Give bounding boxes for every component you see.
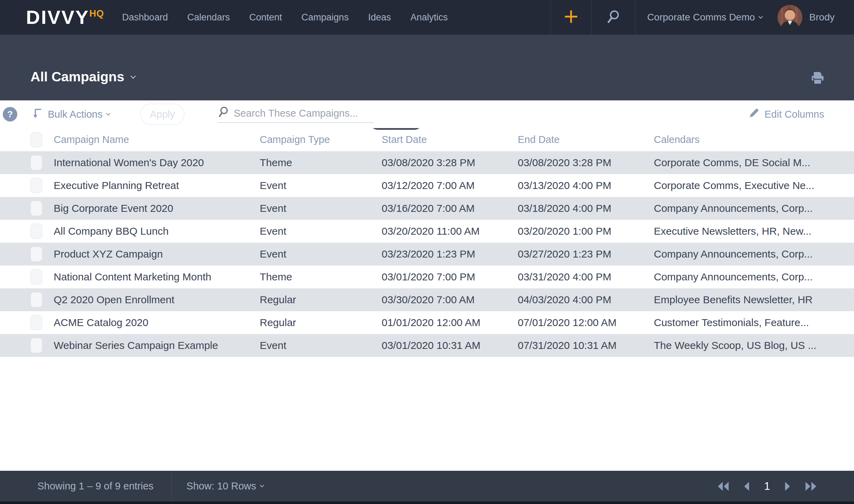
cell-calendars: Corporate Comms, Executive Ne...	[654, 180, 854, 191]
cell-end-date: 03/27/2020 1:23 PM	[518, 248, 654, 260]
cell-calendars: Company Announcements, Corp...	[654, 202, 854, 214]
campaigns-table: International Women's Day 2020 Theme 03/…	[0, 151, 854, 357]
campaigns-header: All Campaigns DatesCalendarsCampaign Typ…	[0, 35, 854, 100]
table-row-all-company-bbq-lunch[interactable]: All Company BBQ Lunch Event 03/20/2020 1…	[0, 220, 854, 243]
cell-campaign-name: All Company BBQ Lunch	[54, 225, 260, 237]
nav-item-analytics[interactable]: Analytics	[410, 12, 448, 23]
prev-page-button[interactable]	[743, 481, 750, 492]
cell-end-date: 07/01/2020 12:00 AM	[518, 317, 654, 328]
cell-end-date: 03/08/2020 3:28 PM	[518, 157, 654, 169]
top-nav-bar: DIVVY HQ DashboardCalendarsContentCampai…	[0, 0, 854, 35]
logo-text: DIVVY	[26, 8, 89, 27]
workspace-selector[interactable]: Corporate Comms Demo	[635, 0, 777, 35]
cell-calendars: Customer Testimonials, Feature...	[654, 317, 854, 328]
cell-campaign-name: Webinar Series Campaign Example	[54, 340, 260, 351]
cell-end-date: 07/31/2020 10:31 AM	[518, 340, 654, 351]
row-checkbox[interactable]	[30, 201, 42, 216]
table-row-product-xyz-campaign[interactable]: Product XYZ Campaign Event 03/23/2020 1:…	[0, 243, 854, 266]
add-button[interactable]	[551, 0, 591, 35]
nav-item-ideas[interactable]: Ideas	[368, 12, 391, 23]
global-search-button[interactable]	[591, 0, 635, 35]
row-checkbox[interactable]	[30, 246, 42, 262]
table-row-q2-2020-open-enrollment[interactable]: Q2 2020 Open Enrollment Regular 03/30/20…	[0, 288, 854, 311]
print-icon	[810, 80, 825, 86]
campaign-search-input[interactable]: Search These Campaigns...	[218, 106, 374, 123]
cell-start-date: 03/01/2020 10:31 AM	[382, 340, 518, 351]
cell-campaign-name: National Content Marketing Month	[54, 271, 260, 283]
cell-end-date: 03/20/2020 1:00 PM	[518, 225, 654, 237]
cell-calendars: Corporate Comms, DE Social M...	[654, 157, 854, 169]
row-checkbox[interactable]	[30, 155, 42, 170]
bulk-actions-dropdown[interactable]: Bulk Actions	[33, 108, 110, 121]
cell-calendars: Employee Benefits Newsletter, HR	[654, 294, 854, 306]
nav-item-dashboard[interactable]: Dashboard	[122, 12, 168, 23]
edit-columns-button[interactable]: Edit Columns	[749, 108, 824, 121]
view-selector[interactable]: All Campaigns	[30, 69, 135, 84]
cell-calendars: Company Announcements, Corp...	[654, 248, 854, 260]
cell-campaign-type: Regular	[260, 317, 382, 328]
column-header-calendars[interactable]: Calendars	[654, 134, 854, 145]
cell-campaign-name: International Women's Day 2020	[54, 157, 260, 169]
pagination-bottom: 1	[717, 480, 817, 493]
cell-end-date: 03/13/2020 4:00 PM	[518, 180, 654, 191]
table-footer: Showing 1 – 9 of 9 entries Show: 10 Rows…	[0, 471, 854, 502]
row-checkbox[interactable]	[30, 338, 42, 353]
rows-per-page-dropdown[interactable]: Show: 10 Rows	[186, 480, 264, 492]
nav-item-campaigns[interactable]: Campaigns	[301, 12, 349, 23]
current-page: 1	[763, 480, 771, 493]
row-checkbox[interactable]	[30, 269, 42, 285]
row-checkbox[interactable]	[30, 292, 42, 307]
column-header-start-date[interactable]: Start Date	[382, 134, 518, 145]
bottom-strip	[0, 502, 854, 504]
entries-summary: Showing 1 – 9 of 9 entries	[37, 480, 153, 492]
nav-item-content[interactable]: Content	[249, 12, 282, 23]
last-page-button[interactable]	[804, 481, 817, 492]
user-menu[interactable]: Brody	[777, 5, 854, 30]
avatar	[777, 5, 802, 30]
cell-campaign-name: Big Corporate Event 2020	[54, 202, 260, 214]
table-row-national-content-marketing-month[interactable]: National Content Marketing Month Theme 0…	[0, 266, 854, 288]
cell-start-date: 03/20/2020 11:00 AM	[382, 225, 518, 237]
footer-divider	[171, 471, 172, 502]
apply-button[interactable]: Apply	[140, 104, 185, 125]
table-row-international-women-s-day-2020[interactable]: International Women's Day 2020 Theme 03/…	[0, 151, 854, 174]
cell-end-date: 03/31/2020 4:00 PM	[518, 271, 654, 283]
edit-columns-label: Edit Columns	[765, 109, 824, 120]
divvyhq-logo[interactable]: DIVVY HQ	[26, 8, 104, 27]
bulk-move-icon	[33, 108, 48, 121]
row-checkbox[interactable]	[30, 178, 42, 193]
select-all-checkbox[interactable]	[30, 132, 42, 147]
cell-campaign-type: Regular	[260, 294, 382, 306]
plus-icon	[563, 9, 579, 26]
cell-campaign-type: Theme	[260, 271, 382, 283]
row-checkbox[interactable]	[30, 224, 42, 239]
table-row-big-corporate-event-2020[interactable]: Big Corporate Event 2020 Event 03/16/202…	[0, 197, 854, 220]
table-row-webinar-series-campaign-example[interactable]: Webinar Series Campaign Example Event 03…	[0, 334, 854, 357]
row-checkbox[interactable]	[30, 315, 42, 330]
cell-campaign-type: Event	[260, 180, 382, 191]
cell-campaign-name: Product XYZ Campaign	[54, 248, 260, 260]
workspace-name: Corporate Comms Demo	[647, 12, 755, 23]
column-header-campaign-name[interactable]: Campaign Name	[54, 134, 260, 145]
nav-item-calendars[interactable]: Calendars	[187, 12, 230, 23]
search-icon	[606, 9, 621, 26]
cell-calendars: Company Announcements, Corp...	[654, 271, 854, 283]
cell-start-date: 03/01/2020 7:00 PM	[382, 271, 518, 283]
table-row-executive-planning-retreat[interactable]: Executive Planning Retreat Event 03/12/2…	[0, 174, 854, 197]
bulk-actions-label: Bulk Actions	[48, 109, 103, 120]
column-header-campaign-type[interactable]: Campaign Type	[260, 134, 382, 145]
column-header-end-date[interactable]: End Date	[518, 134, 654, 145]
cell-end-date: 04/03/2020 4:00 PM	[518, 294, 654, 306]
pencil-icon	[749, 108, 765, 121]
nav-right: Corporate Comms Demo	[551, 0, 854, 35]
cell-campaign-type: Event	[260, 248, 382, 260]
cell-start-date: 03/08/2020 3:28 PM	[382, 157, 518, 169]
help-button[interactable]: ?	[3, 107, 17, 122]
next-page-button[interactable]	[784, 481, 791, 492]
first-page-button[interactable]	[717, 481, 730, 492]
table-row-acme-catalog-2020[interactable]: ACME Catalog 2020 Regular 01/01/2020 12:…	[0, 311, 854, 334]
cell-campaign-type: Event	[260, 202, 382, 214]
print-button[interactable]	[810, 71, 825, 87]
cell-start-date: 03/12/2020 7:00 AM	[382, 180, 518, 191]
chevron-down-icon	[758, 14, 763, 19]
